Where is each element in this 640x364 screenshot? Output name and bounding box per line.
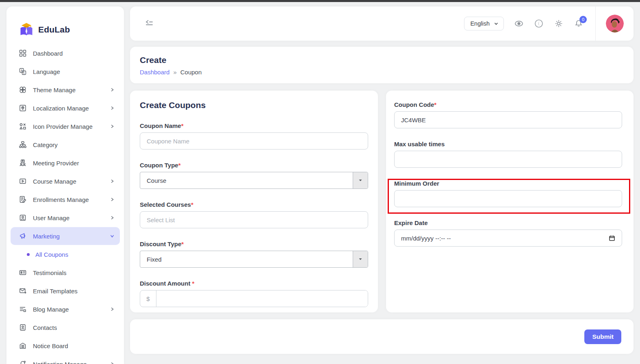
card-title: Create Coupons	[140, 100, 368, 110]
minimum-order-label: Minimum Order	[394, 180, 622, 187]
coupon-type-select[interactable]: Course	[140, 172, 368, 189]
selected-courses-input[interactable]	[140, 211, 368, 228]
sidebar-item-label: Email Templates	[33, 288, 115, 295]
sidebar-item-category[interactable]: Category	[11, 136, 120, 154]
discount-type-selected-value: Fixed	[140, 251, 353, 267]
sidebar-item-notice-board[interactable]: Notice Board	[11, 337, 120, 355]
app-name: EduLab	[38, 25, 70, 35]
video-icon	[19, 177, 27, 185]
page-title: Create	[140, 55, 624, 65]
coupon-code-label: Coupon Code*	[394, 101, 622, 108]
sidebar-item-label: Meeting Provider	[33, 160, 115, 167]
sidebar-item-label: Language	[33, 68, 115, 75]
coupon-code-field: Coupon Code*	[394, 101, 622, 128]
coupon-name-field: Coupon Name*	[140, 122, 368, 150]
breadcrumb-current: Coupon	[180, 69, 202, 76]
max-usable-times-field: Max usable times	[394, 141, 622, 168]
user-icon	[19, 214, 27, 222]
bell-dot-icon	[19, 360, 27, 364]
blog-icon	[19, 305, 27, 313]
max-usable-times-input[interactable]	[394, 151, 622, 168]
settings-button[interactable]	[554, 19, 564, 28]
page-header: Create Dashboard » Coupon	[130, 47, 633, 83]
sidebar-item-meeting-provider[interactable]: Meeting Provider	[11, 154, 120, 172]
sidebar-nav: Dashboard Ax Language Theme Manage Local…	[7, 42, 124, 364]
user-avatar[interactable]	[606, 15, 624, 32]
dark-mode-button[interactable]	[534, 19, 544, 28]
window-top-border	[0, 0, 640, 2]
sidebar-subitem-label: All Coupons	[35, 251, 68, 258]
selected-courses-field: Selected Courses*	[140, 201, 368, 228]
sidebar-item-label: Blog Manage	[33, 306, 109, 313]
sidebar-item-theme-manage[interactable]: Theme Manage	[11, 81, 120, 99]
discount-amount-label: Discount Amount*	[140, 280, 368, 287]
eye-icon	[514, 19, 524, 28]
topbar-divider	[595, 6, 596, 41]
people-icon	[19, 159, 27, 167]
svg-text:x: x	[23, 72, 25, 74]
sidebar-item-label: User Manage	[33, 214, 109, 221]
sidebar-item-testimonials[interactable]: Testimonials	[11, 264, 120, 282]
minimum-order-input[interactable]	[394, 190, 622, 207]
submit-button[interactable]: Submit	[584, 329, 621, 344]
required-marker: *	[191, 201, 193, 208]
topbar: English 0	[130, 6, 633, 41]
create-coupons-card: Create Coupons Coupon Name* Coupon Type*…	[130, 91, 378, 312]
sidebar-item-blog-manage[interactable]: Blog Manage	[11, 300, 120, 318]
chevron-right-icon	[109, 306, 115, 312]
theme-icon	[19, 86, 27, 94]
coupon-type-field: Coupon Type* Course	[140, 162, 368, 189]
selected-courses-label: Selected Courses*	[140, 201, 368, 208]
required-marker: *	[181, 122, 184, 129]
sidebar-subitem-all-coupons[interactable]: All Coupons	[11, 245, 120, 263]
sidebar-item-label: Contacts	[33, 324, 115, 331]
discount-type-label: Discount Type*	[140, 240, 368, 247]
chevron-right-icon	[109, 124, 115, 129]
discount-type-select[interactable]: Fixed	[140, 251, 368, 268]
expire-date-field: Expire Date mm/dd/yyyy --:-- --	[394, 219, 622, 247]
sidebar-item-contacts[interactable]: Contacts	[11, 318, 120, 336]
coupon-code-input[interactable]	[394, 111, 622, 128]
expire-date-label: Expire Date	[394, 219, 622, 226]
chevron-right-icon	[109, 215, 115, 221]
breadcrumb-dashboard-link[interactable]: Dashboard	[140, 69, 169, 76]
sidebar-item-label: Marketing	[33, 233, 109, 240]
map-pin-icon	[19, 104, 27, 112]
visibility-button[interactable]	[514, 19, 524, 28]
sidebar-collapse-button[interactable]	[144, 18, 154, 29]
sidebar-item-localization-manage[interactable]: Localization Manage	[11, 99, 120, 117]
app-logo[interactable]: EduLab	[7, 6, 124, 42]
coupon-type-label: Coupon Type*	[140, 162, 368, 169]
edulab-logo-icon	[19, 22, 34, 37]
submit-card: Submit	[130, 319, 633, 354]
discount-amount-group: $	[140, 290, 368, 307]
sidebar-item-dashboard[interactable]: Dashboard	[11, 44, 120, 62]
sidebar-item-label: Notice Board	[33, 342, 115, 349]
document-pen-icon	[19, 195, 27, 204]
chevron-right-icon	[109, 197, 115, 202]
select-dropdown-arrow-icon	[353, 251, 368, 267]
expire-date-input[interactable]: mm/dd/yyyy --:-- --	[394, 230, 622, 247]
sidebar-item-language[interactable]: Ax Language	[11, 63, 120, 80]
sidebar-item-marketing[interactable]: Marketing	[11, 227, 120, 245]
required-marker: *	[178, 162, 181, 169]
notification-badge: 0	[579, 16, 587, 23]
sidebar-item-course-manage[interactable]: Course Manage	[11, 172, 120, 190]
discount-amount-field: Discount Amount* $	[140, 280, 368, 307]
sidebar-item-enrollments-manage[interactable]: Enrollments Manage	[11, 191, 120, 208]
sidebar-item-icon-provider-manage[interactable]: Icon Provider Manage	[11, 117, 120, 135]
notifications-button[interactable]: 0	[574, 19, 584, 28]
sidebar-item-email-templates[interactable]: Email Templates	[11, 282, 120, 300]
chevron-right-icon	[109, 361, 115, 364]
date-placeholder-text: mm/dd/yyyy --:-- --	[401, 235, 609, 242]
coupon-name-input[interactable]	[140, 132, 368, 150]
language-select[interactable]: English	[464, 17, 504, 30]
sidebar-item-label: Notification Manage	[33, 361, 109, 364]
coupon-name-label: Coupon Name*	[140, 122, 368, 129]
sidebar-item-notification-manage[interactable]: Notification Manage	[11, 355, 120, 364]
discount-amount-input[interactable]	[156, 290, 368, 307]
chevron-right-icon	[109, 105, 115, 111]
contact-icon	[19, 323, 27, 332]
coupon-details-card: Coupon Code* Max usable times Minimum Or…	[386, 91, 633, 312]
sidebar-item-user-manage[interactable]: User Manage	[11, 209, 120, 227]
